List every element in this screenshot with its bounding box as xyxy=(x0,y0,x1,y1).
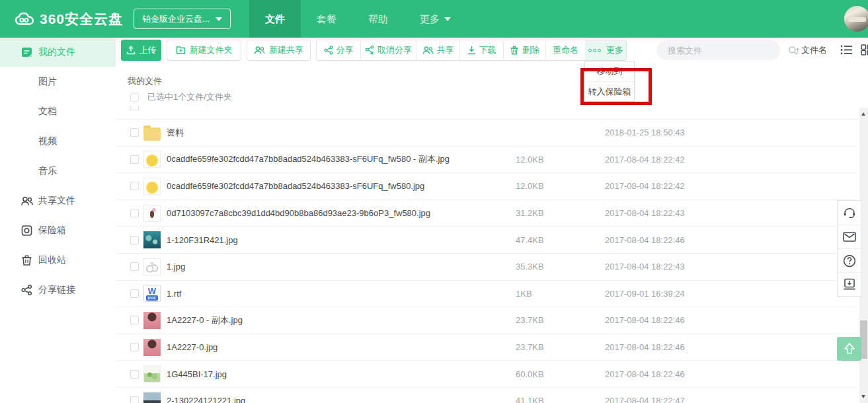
file-name[interactable]: 资料 xyxy=(167,127,516,139)
row-checkbox[interactable] xyxy=(130,343,139,351)
file-name[interactable]: 1-120F31R421.jpg xyxy=(167,235,516,245)
shared-button[interactable]: 共享 xyxy=(416,40,459,60)
tab-more[interactable]: 更多 xyxy=(404,0,467,38)
file-row[interactable]: 资料 2018-01-25 18:50:43 xyxy=(116,120,856,147)
sidebar-item-documents[interactable]: 文档 xyxy=(0,96,116,126)
file-name[interactable]: 0d7103097c7a8cbc39d1dd4bd90b8ba86d93ae23… xyxy=(167,208,516,218)
file-thumbnail-icon xyxy=(143,339,161,356)
file-name[interactable]: 2-130224121221.jpg xyxy=(167,396,516,403)
file-row[interactable]: 1A2227-0.jpg 23.7KB 2017-08-04 18:22:46 xyxy=(116,334,856,361)
file-row[interactable]: 1.jpg 35.3KB 2017-08-04 18:22:43 xyxy=(116,254,856,281)
sidebar-item-safe-box[interactable]: 保险箱 xyxy=(0,215,116,245)
rename-button[interactable]: 重命名 xyxy=(545,40,585,60)
shared-files-icon xyxy=(20,194,33,207)
delete-button[interactable]: 删除 xyxy=(503,40,545,60)
app-logo: 360安全云盘 xyxy=(15,10,123,28)
file-date: 2017-09-01 16:39:24 xyxy=(605,289,856,299)
breadcrumb[interactable]: 我的文件 xyxy=(128,75,162,87)
share-button[interactable]: 分享 xyxy=(317,40,360,60)
file-row[interactable]: 2-130224121221.jpg 41.1KB 2017-08-04 18:… xyxy=(116,388,856,403)
more-button[interactable]: 更多 移动到 转入保险箱 xyxy=(585,40,626,60)
trash-icon xyxy=(510,46,519,55)
app-header: 360安全云盘 铂金版企业云盘... 文件 套餐 帮助 更多 xyxy=(0,0,868,38)
sort-control[interactable]: ↑ 文件名 xyxy=(795,40,827,61)
sidebar-item-videos[interactable]: 视频 xyxy=(0,126,116,156)
tab-files[interactable]: 文件 xyxy=(249,0,301,38)
sidebar-item-shared-files[interactable]: 共享文件 xyxy=(0,186,116,215)
user-avatar[interactable] xyxy=(844,6,868,32)
sidebar-item-recycle-bin[interactable]: 回收站 xyxy=(0,245,116,275)
row-checkbox[interactable] xyxy=(130,155,139,164)
file-name[interactable]: 1G445BI-17.jpg xyxy=(167,369,516,379)
file-name[interactable]: 0caddfe659fe302fcdd47a7bb8adad524b463383… xyxy=(167,153,516,165)
menu-item-move-to[interactable]: 移动到 xyxy=(585,61,634,81)
new-share-button[interactable]: 新建共享 xyxy=(247,40,311,61)
file-thumbnail-icon xyxy=(143,231,161,248)
row-checkbox[interactable] xyxy=(130,370,139,379)
file-row[interactable]: 1-120F31R421.jpg 47.4KB 2017-08-04 18:22… xyxy=(116,227,856,254)
client-download-icon[interactable] xyxy=(838,272,861,296)
chevron-down-icon xyxy=(216,17,222,21)
sidebar-item-my-files[interactable]: 我的文件 xyxy=(0,38,116,67)
file-name[interactable]: 1A2227-0 - 副本.jpg xyxy=(167,314,516,326)
file-name[interactable]: 1.jpg xyxy=(167,262,516,272)
row-checkbox[interactable] xyxy=(130,236,139,244)
file-size: 23.7KB xyxy=(516,315,605,325)
selection-bar: 已选中1个文件/文件夹 xyxy=(130,91,232,104)
list-view-icon[interactable] xyxy=(840,44,853,58)
scroll-down-arrow-icon[interactable] xyxy=(861,395,865,398)
back-to-top-button[interactable] xyxy=(837,337,861,361)
selection-count-label: 已选中1个文件/文件夹 xyxy=(147,91,232,103)
download-button[interactable]: 下载 xyxy=(459,40,503,60)
row-checkbox[interactable] xyxy=(130,262,139,271)
file-size: 41.1KB xyxy=(516,396,605,403)
file-row[interactable]: 0d7103097c7a8cbc39d1dd4bd90b8ba86d93ae23… xyxy=(116,200,856,227)
plan-selector-dropdown[interactable]: 铂金版企业云盘... xyxy=(134,9,231,29)
my-files-icon xyxy=(20,46,33,59)
file-size: 12.0KB xyxy=(516,155,605,165)
grid-view-icon[interactable] xyxy=(861,44,868,58)
file-thumbnail-icon xyxy=(143,178,161,195)
file-name[interactable]: 1.rtf xyxy=(167,289,516,299)
upload-button[interactable]: 上传 xyxy=(121,40,161,61)
row-checkbox[interactable] xyxy=(130,289,139,298)
file-row[interactable]: 0caddfe659fe302fcdd47a7bb8adad524b463383… xyxy=(116,147,856,174)
row-checkbox[interactable] xyxy=(130,182,139,190)
file-row[interactable]: 1G445BI-17.jpg 60.0KB 2017-08-04 18:22:4… xyxy=(116,361,856,388)
sidebar-item-music[interactable]: 音乐 xyxy=(0,156,116,186)
search-bar xyxy=(656,40,780,60)
new-folder-button[interactable]: 新建文件夹 xyxy=(167,40,241,61)
file-name[interactable]: 0caddfe659fe302fcdd47a7bb8adad524b463383… xyxy=(167,181,516,191)
file-name[interactable]: 1A2227-0.jpg xyxy=(167,342,516,352)
file-list-viewport: 资料 2018-01-25 18:50:43 0caddfe659fe302fc… xyxy=(116,106,856,403)
file-row[interactable]: 0caddfe659fe302fcdd47a7bb8adad524b463383… xyxy=(116,173,856,200)
help-icon[interactable] xyxy=(838,248,861,272)
row-checkbox[interactable] xyxy=(130,316,139,324)
file-row[interactable]: WDOC 1.rtf 1KB 2017-09-01 16:39:24 xyxy=(116,281,856,308)
row-checkbox[interactable] xyxy=(130,128,139,137)
clipped-selected-row[interactable] xyxy=(116,106,856,120)
people-icon xyxy=(422,46,434,55)
sidebar-item-share-links[interactable]: 分享链接 xyxy=(0,275,116,305)
cancel-share-button[interactable]: 取消分享 xyxy=(360,40,416,60)
file-row[interactable]: 1A2227-0 - 副本.jpg 23.7KB 2017-08-04 18:2… xyxy=(116,307,856,334)
row-checkbox[interactable] xyxy=(130,209,139,217)
search-input[interactable] xyxy=(656,46,788,55)
menu-item-to-safe-box[interactable]: 转入保险箱 xyxy=(585,81,634,101)
folder-icon xyxy=(143,128,161,141)
mail-icon[interactable] xyxy=(838,225,861,248)
row-checkbox[interactable] xyxy=(130,106,139,110)
safe-box-icon xyxy=(20,224,33,237)
file-size: 12.0KB xyxy=(516,181,605,191)
new-folder-icon xyxy=(176,46,186,55)
customer-service-icon[interactable] xyxy=(838,201,861,225)
select-all-checkbox[interactable] xyxy=(130,93,139,102)
sidebar-item-pictures[interactable]: 图片 xyxy=(0,67,116,96)
file-date: 2017-08-04 18:22:43 xyxy=(605,262,856,272)
scroll-up-arrow-icon[interactable] xyxy=(861,112,865,116)
file-size: 60.0KB xyxy=(516,369,605,379)
share-links-icon xyxy=(20,283,33,296)
tab-plans[interactable]: 套餐 xyxy=(301,0,352,38)
row-checkbox[interactable] xyxy=(130,396,139,403)
tab-help[interactable]: 帮助 xyxy=(352,0,404,38)
